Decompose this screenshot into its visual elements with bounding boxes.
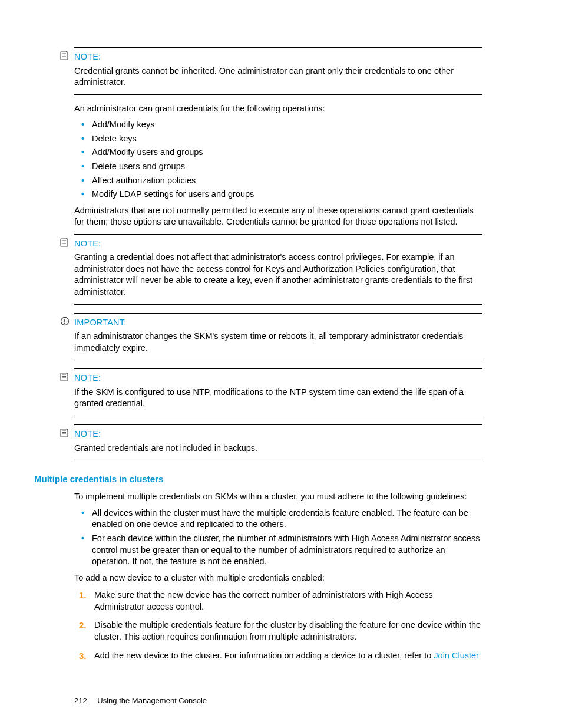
list-item: Modify LDAP settings for users and group… — [74, 187, 482, 202]
paragraph: To implement multiple credentials on SKM… — [74, 491, 482, 503]
important-body: If an administrator changes the SKM's sy… — [74, 331, 482, 354]
step-text: Add the new device to the cluster. For i… — [94, 651, 434, 660]
step-item: Make sure that the new device has the co… — [74, 587, 482, 617]
note-label: NOTE: — [74, 238, 482, 250]
note-icon — [60, 372, 70, 381]
join-cluster-link[interactable]: Join Cluster — [434, 651, 479, 660]
note-icon — [60, 238, 70, 247]
note-callout: NOTE: Granted credentials are not includ… — [74, 424, 482, 460]
step-item: Disable the multiple credentials feature… — [74, 617, 482, 647]
important-icon — [60, 317, 70, 326]
step-item: Add the new device to the cluster. For i… — [74, 648, 482, 667]
note-label: NOTE: — [74, 373, 482, 384]
note-label: NOTE: — [74, 51, 482, 63]
guidelines-list: All devices within the cluster must have… — [74, 506, 482, 569]
paragraph: Administrators that are not normally per… — [74, 205, 482, 228]
note-icon — [60, 51, 70, 60]
svg-rect-15 — [61, 429, 68, 437]
note-callout: NOTE: Credential grants cannot be inheri… — [74, 47, 482, 95]
note-icon — [60, 428, 70, 437]
note-callout: NOTE: If the SKM is configured to use NT… — [74, 368, 482, 416]
steps-list: Make sure that the new device has the co… — [74, 587, 482, 666]
operations-list: Add/Modify keys Delete keys Add/Modify u… — [74, 118, 482, 201]
list-item: Add/Modify users and groups — [74, 146, 482, 160]
chapter-title: Using the Management Console — [97, 696, 207, 705]
page-number: 212 — [74, 696, 87, 706]
svg-rect-0 — [61, 52, 68, 60]
svg-rect-4 — [61, 239, 68, 246]
svg-rect-11 — [61, 373, 68, 381]
paragraph: An administrator can grant credentials f… — [74, 103, 482, 115]
important-label: IMPORTANT: — [74, 317, 482, 329]
list-item: Add/Modify keys — [74, 118, 482, 132]
note-body: Granted credentials are not included in … — [74, 443, 482, 454]
paragraph: To add a new device to a cluster with mu… — [74, 572, 482, 584]
important-callout: IMPORTANT: If an administrator changes t… — [74, 313, 482, 361]
list-item: Delete keys — [74, 132, 482, 146]
list-item: Delete users and groups — [74, 160, 482, 174]
note-body: Granting a credential does not affect th… — [74, 252, 482, 298]
note-body: Credential grants cannot be inherited. O… — [74, 65, 482, 88]
section-heading: Multiple credentials in clusters — [34, 473, 482, 485]
list-item: All devices within the cluster must have… — [74, 506, 482, 532]
note-body: If the SKM is configured to use NTP, mod… — [74, 387, 482, 410]
list-item: For each device within the cluster, the … — [74, 532, 482, 569]
page-footer: 212 Using the Management Console — [74, 696, 482, 706]
list-item: Affect authorization policies — [74, 174, 482, 188]
note-label: NOTE: — [74, 429, 482, 440]
svg-point-10 — [64, 322, 65, 324]
note-callout: NOTE: Granting a credential does not aff… — [74, 234, 482, 305]
